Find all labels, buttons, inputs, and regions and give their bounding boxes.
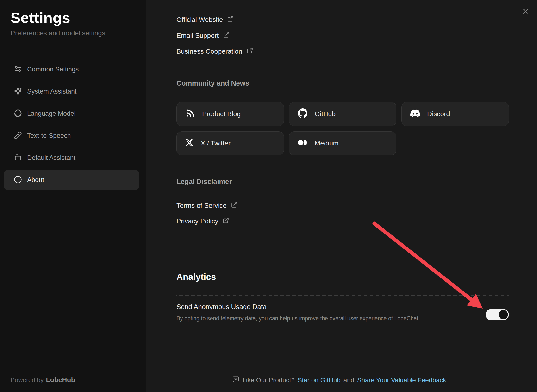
- external-link-icon: [231, 202, 237, 210]
- email-support-link[interactable]: Email Support: [176, 30, 230, 41]
- button-label: Medium: [315, 139, 339, 147]
- sidebar-item-label: About: [27, 176, 44, 184]
- lobehub-brand[interactable]: LobeHub: [46, 376, 75, 384]
- external-link-icon: [223, 217, 229, 225]
- product-blog-button[interactable]: Product Blog: [176, 102, 284, 126]
- external-link-icon: [247, 47, 253, 56]
- github-button[interactable]: GitHub: [289, 102, 396, 126]
- sidebar-item-label: Common Settings: [27, 66, 79, 73]
- sliders-icon: [14, 65, 22, 74]
- external-link-icon: [227, 16, 234, 24]
- sidebar-item-default-assistant[interactable]: Default Assistant: [4, 147, 139, 168]
- settings-sidebar: Settings Preferences and model settings.…: [0, 0, 146, 392]
- sidebar-item-about[interactable]: About: [4, 170, 139, 190]
- feedback-footer: Like Our Product? Star on GitHub and Sha…: [146, 374, 537, 386]
- official-website-link[interactable]: Official Website: [176, 14, 234, 25]
- close-button[interactable]: [521, 7, 531, 16]
- link-label: Email Support: [176, 32, 219, 39]
- sidebar-item-text-to-speech[interactable]: Text-to-Speech: [4, 125, 139, 146]
- link-label: Privacy Policy: [176, 217, 218, 225]
- star-on-github-link[interactable]: Star on GitHub: [298, 377, 341, 384]
- link-label: Official Website: [176, 16, 223, 24]
- sidebar-item-label: System Assistant: [27, 88, 77, 95]
- footer-suffix: !: [449, 377, 451, 384]
- brain-icon: [14, 109, 22, 118]
- footer-middle: and: [343, 377, 354, 384]
- button-label: X / Twitter: [201, 139, 231, 147]
- terms-of-service-link[interactable]: Terms of Service: [176, 200, 237, 211]
- privacy-policy-link[interactable]: Privacy Policy: [176, 216, 229, 227]
- section-divider: [176, 295, 509, 296]
- page-title: Settings: [11, 9, 70, 26]
- discord-icon: [410, 108, 420, 120]
- footer-prefix: Like Our Product?: [242, 377, 295, 384]
- external-link-icon: [223, 32, 230, 40]
- powered-by-prefix: Powered by: [11, 376, 44, 384]
- section-divider: [176, 167, 509, 167]
- sidebar-item-system-assistant[interactable]: System Assistant: [4, 81, 139, 102]
- sparkles-icon: [14, 87, 22, 96]
- page-subtitle: Preferences and model settings.: [11, 29, 107, 37]
- link-label: Business Cooperation: [176, 48, 242, 55]
- sidebar-item-label: Text-to-Speech: [27, 132, 71, 139]
- section-divider: [176, 69, 509, 69]
- sidebar-item-common-settings[interactable]: Common Settings: [4, 59, 139, 80]
- business-cooperation-link[interactable]: Business Cooperation: [176, 46, 253, 57]
- settings-nav: Common Settings System Assistant Languag…: [4, 59, 139, 192]
- send-usage-toggle[interactable]: [486, 309, 509, 320]
- send-usage-data-description: By opting to send telemetry data, you ca…: [176, 315, 420, 322]
- section-title-community: Community and News: [176, 79, 249, 87]
- bot-icon: [14, 153, 22, 162]
- sidebar-item-label: Default Assistant: [27, 154, 75, 162]
- mic-icon: [14, 131, 22, 140]
- link-label: Terms of Service: [176, 202, 227, 209]
- section-title-contact-us: Contact Us: [176, 0, 214, 1]
- close-icon: [522, 8, 529, 16]
- button-label: Product Blog: [202, 110, 241, 118]
- medium-button[interactable]: Medium: [289, 131, 396, 155]
- share-feedback-link[interactable]: Share Your Valuable Feedback: [357, 377, 446, 384]
- github-icon: [298, 108, 307, 120]
- toggle-knob: [499, 310, 508, 319]
- section-title-legal: Legal Disclaimer: [176, 178, 232, 186]
- x-icon: [185, 139, 194, 148]
- send-usage-data-label: Send Anonymous Usage Data: [176, 303, 267, 311]
- medium-icon: [298, 138, 307, 149]
- about-settings-panel: Contact Us Official Website Email Suppor…: [146, 0, 537, 392]
- x-twitter-button[interactable]: X / Twitter: [176, 131, 284, 155]
- powered-by: Powered byLobeHub: [11, 376, 75, 384]
- discord-button[interactable]: Discord: [401, 102, 509, 126]
- button-label: Discord: [427, 110, 450, 118]
- rss-icon: [185, 108, 195, 120]
- info-icon: [14, 176, 22, 184]
- sidebar-item-label: Language Model: [27, 110, 75, 117]
- button-label: GitHub: [315, 110, 336, 118]
- community-buttons-grid: Product Blog GitHub Discord X / Twitter …: [176, 102, 509, 155]
- message-square-heart-icon: [232, 376, 239, 385]
- sidebar-item-language-model[interactable]: Language Model: [4, 103, 139, 124]
- section-title-analytics: Analytics: [176, 272, 216, 282]
